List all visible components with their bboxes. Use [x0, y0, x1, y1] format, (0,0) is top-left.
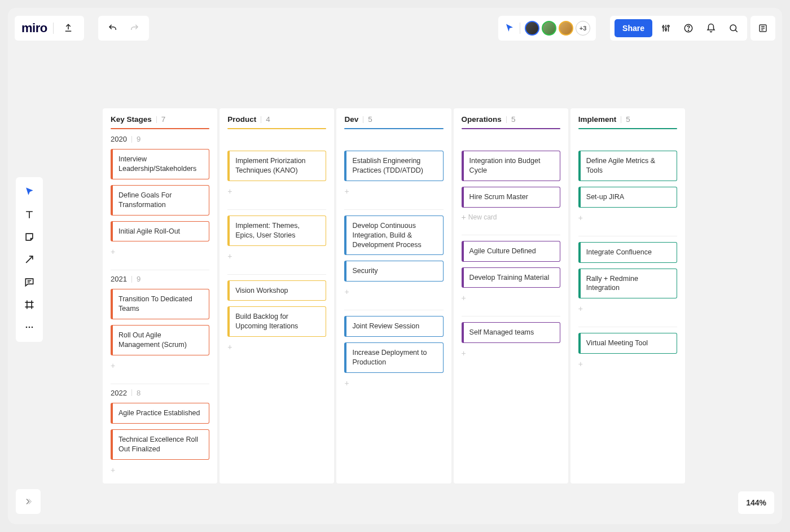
cursor-indicator-icon[interactable]	[504, 23, 515, 33]
text-tool-icon[interactable]	[19, 204, 40, 225]
card[interactable]: Vision Workshop	[227, 280, 326, 301]
add-card-icon[interactable]: +	[227, 342, 326, 351]
card[interactable]: Rally + Redmine Integration	[578, 269, 677, 299]
add-card-icon[interactable]: +	[344, 187, 443, 196]
zoom-level[interactable]: 144%	[738, 491, 774, 514]
card[interactable]: Agile Practice Established	[111, 403, 209, 424]
add-card-icon[interactable]: +	[111, 465, 209, 474]
top-actions: Share	[610, 16, 747, 41]
add-card-icon[interactable]: +	[111, 361, 209, 370]
card[interactable]: Hire Scrum Master	[462, 187, 560, 208]
column-header[interactable]: Operations5	[462, 115, 560, 124]
row-divider	[227, 274, 326, 275]
row-header[interactable]: 20219	[111, 275, 209, 283]
presence-box: +3	[498, 16, 596, 41]
frame-tool-icon[interactable]	[19, 294, 40, 315]
card[interactable]: Define Agile Metrics & Tools	[578, 151, 677, 181]
logo-box: miro	[15, 16, 84, 41]
card[interactable]: Self Managed teams	[462, 322, 560, 343]
avatar-overflow[interactable]: +3	[576, 21, 590, 36]
column-title: Product	[227, 115, 256, 124]
card[interactable]: Transition To Dedicated Teams	[111, 289, 209, 319]
help-icon[interactable]	[679, 19, 697, 37]
card[interactable]: Integration into Budget Cycle	[462, 151, 560, 181]
new-card-label: New card	[468, 213, 497, 221]
card[interactable]: Implement Priorization Techniques (KANO)	[227, 151, 326, 181]
card[interactable]: Develop Training Material	[462, 267, 560, 288]
divider	[131, 276, 132, 283]
select-tool-icon[interactable]	[19, 182, 40, 202]
column-underline	[227, 128, 326, 129]
card[interactable]: Implement: Themes, Epics, User Stories	[227, 216, 326, 246]
divider	[621, 116, 621, 123]
column-header[interactable]: Implement5	[578, 115, 677, 124]
card[interactable]: Security	[344, 261, 443, 282]
card[interactable]: Agile Culture Defined	[462, 241, 560, 262]
redo-icon[interactable]	[125, 19, 143, 37]
row-year: 2022	[111, 389, 127, 397]
sticky-tool-icon[interactable]	[19, 227, 40, 247]
card[interactable]: Roll Out Agile Management (Scrum)	[111, 325, 209, 355]
row-count: 9	[137, 135, 141, 143]
svg-point-1	[665, 29, 667, 30]
more-tools-icon[interactable]	[19, 317, 40, 337]
add-card-icon[interactable]: +	[462, 349, 560, 358]
column-count: 5	[511, 115, 516, 124]
card[interactable]: Establish Engineering Practices (TDD/ATD…	[344, 151, 443, 181]
row-divider	[578, 327, 677, 327]
card[interactable]: Develop Continuous Integration, Build & …	[344, 216, 443, 256]
new-card-button[interactable]: +New card	[462, 213, 560, 221]
avatar[interactable]	[542, 21, 556, 36]
card[interactable]: Define Goals For Transformation	[111, 185, 209, 216]
add-card-icon[interactable]: +	[578, 213, 677, 222]
card[interactable]: Integrate Confluence	[578, 242, 677, 263]
add-card-icon[interactable]: +	[227, 252, 326, 261]
upload-icon[interactable]	[59, 19, 77, 37]
add-card-icon[interactable]: +	[462, 293, 560, 302]
card[interactable]: Increase Deployment to Production	[344, 342, 443, 373]
card[interactable]: Joint Review Session	[344, 316, 443, 337]
search-icon[interactable]	[725, 19, 743, 37]
share-button[interactable]: Share	[615, 19, 652, 37]
expand-toolbar-icon[interactable]	[16, 489, 41, 514]
column-header[interactable]: Dev5	[344, 115, 443, 124]
undo-icon[interactable]	[104, 19, 122, 37]
row-divider	[578, 236, 677, 236]
kanban-column: Implement5Define Agile Metrics & ToolsSe…	[570, 108, 685, 483]
avatar-stack: +3	[525, 21, 590, 36]
arrow-tool-icon[interactable]	[19, 249, 40, 270]
settings-icon[interactable]	[657, 19, 675, 37]
divider	[131, 389, 132, 396]
card[interactable]: Technical Excellence Roll Out Finalized	[111, 429, 209, 460]
add-card-icon[interactable]: +	[111, 247, 209, 256]
row-divider	[344, 310, 443, 310]
add-card-icon[interactable]: +	[344, 287, 443, 296]
bell-icon[interactable]	[702, 19, 720, 37]
comment-tool-icon[interactable]	[19, 272, 40, 292]
kanban-column: Operations5Integration into Budget Cycle…	[454, 108, 568, 483]
add-card-icon[interactable]: +	[578, 304, 677, 313]
row-header[interactable]: 20228	[111, 389, 209, 397]
column-header[interactable]: Product4	[227, 115, 326, 124]
column-underline	[111, 128, 209, 129]
divider	[506, 116, 507, 123]
row-header[interactable]: 20209	[111, 135, 209, 143]
card[interactable]: Interview Leadership/Stakeholders	[111, 149, 209, 179]
add-card-icon[interactable]: +	[227, 187, 326, 196]
card[interactable]: Virtual Meeting Tool	[578, 333, 677, 354]
panel-toggle[interactable]	[750, 16, 775, 41]
svg-point-5	[730, 25, 736, 31]
card[interactable]: Initial Agile Roll-Out	[111, 221, 209, 242]
avatar[interactable]	[525, 21, 539, 36]
column-header[interactable]: Key Stages7	[111, 115, 209, 124]
card[interactable]: Build Backlog for Upcoming Iterations	[227, 306, 326, 337]
avatar[interactable]	[559, 21, 573, 36]
card[interactable]: Set-up JIRA	[578, 187, 677, 208]
column-underline	[578, 128, 677, 129]
column-count: 4	[266, 115, 270, 124]
row-divider	[111, 270, 209, 270]
add-card-icon[interactable]: +	[578, 359, 677, 368]
add-card-icon[interactable]: +	[344, 379, 443, 388]
column-title: Key Stages	[111, 115, 152, 124]
row-year: 2021	[111, 275, 127, 283]
